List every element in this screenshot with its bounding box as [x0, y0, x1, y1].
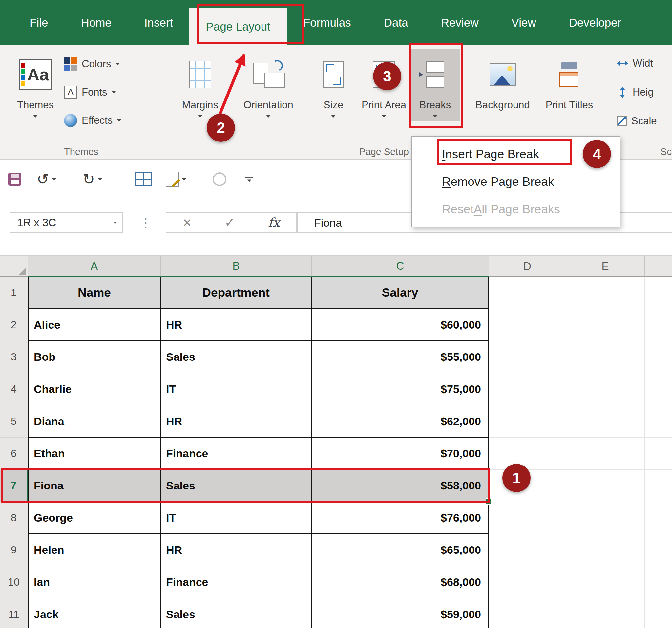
effects-button[interactable]: Effects	[64, 114, 121, 127]
column-header-e[interactable]: E	[566, 256, 645, 277]
cell-f2[interactable]	[645, 309, 672, 341]
cell-d10[interactable]	[489, 566, 566, 599]
cell-d8[interactable]	[489, 502, 566, 534]
cell-a9[interactable]: Helen	[28, 534, 161, 566]
row-header-9[interactable]: 9	[0, 534, 28, 566]
tab-insert[interactable]: Insert	[128, 0, 190, 45]
undo-button[interactable]: ↺	[37, 172, 56, 186]
fonts-button[interactable]: A Fonts	[64, 86, 121, 99]
cell-e1[interactable]	[566, 277, 645, 309]
print-titles-button[interactable]: Print Titles	[540, 49, 599, 115]
cell-d2[interactable]	[489, 309, 566, 341]
background-button[interactable]: Background	[465, 49, 541, 115]
save-button[interactable]	[8, 173, 21, 186]
column-header-c[interactable]: C	[312, 256, 489, 277]
cell-d9[interactable]	[489, 534, 566, 566]
colors-button[interactable]: Colors	[64, 57, 121, 71]
cell-a10[interactable]: Ian	[28, 566, 161, 599]
tab-file[interactable]: File	[13, 0, 64, 45]
cell-b4[interactable]: IT	[161, 373, 312, 405]
cell-a5[interactable]: Diana	[28, 405, 161, 438]
cell-e10[interactable]	[566, 566, 645, 599]
enter-icon[interactable]: ✓	[224, 216, 235, 229]
cell-a4[interactable]: Charlie	[28, 373, 161, 405]
row-header-2[interactable]: 2	[0, 309, 28, 341]
cell-f3[interactable]	[645, 341, 672, 373]
cell-c10[interactable]: $68,000	[312, 566, 489, 599]
tab-review[interactable]: Review	[425, 0, 495, 45]
column-header-partial[interactable]	[645, 256, 672, 277]
column-header-b[interactable]: B	[161, 256, 312, 277]
row-header-1[interactable]: 1	[0, 277, 28, 309]
row-header-6[interactable]: 6	[0, 438, 28, 470]
cell-d3[interactable]	[489, 341, 566, 373]
cell-f9[interactable]	[645, 534, 672, 566]
cell-d1[interactable]	[489, 277, 566, 309]
margins-button[interactable]: Margins	[172, 49, 228, 121]
cell-b8[interactable]: IT	[161, 502, 312, 534]
column-header-a[interactable]: A	[28, 256, 161, 277]
redo-button[interactable]: ↻	[83, 172, 102, 186]
menu-item-remove-page-break[interactable]: Remove Page Break	[412, 168, 620, 196]
width-control[interactable]: Widt	[617, 56, 657, 71]
cell-b6[interactable]: Finance	[161, 438, 312, 470]
cell-f4[interactable]	[645, 373, 672, 405]
cell-b1[interactable]: Department	[161, 277, 312, 309]
themes-button[interactable]: Aa Themes	[11, 49, 60, 121]
cell-a6[interactable]: Ethan	[28, 438, 161, 470]
tab-view[interactable]: View	[495, 0, 552, 45]
cell-b9[interactable]: HR	[161, 534, 312, 566]
cell-a3[interactable]: Bob	[28, 341, 161, 373]
row-header-10[interactable]: 10	[0, 566, 28, 599]
cell-b11[interactable]: Sales	[161, 599, 312, 628]
cell-c9[interactable]: $65,000	[312, 534, 489, 566]
tab-home[interactable]: Home	[64, 0, 128, 45]
cell-c11[interactable]: $59,000	[312, 599, 489, 628]
cell-a11[interactable]: Jack	[28, 599, 161, 628]
select-all-corner[interactable]	[0, 256, 28, 277]
size-button[interactable]: Size	[310, 49, 356, 121]
cell-a1[interactable]: Name	[28, 277, 161, 309]
cell-b10[interactable]: Finance	[161, 566, 312, 599]
cell-c8[interactable]: $76,000	[312, 502, 489, 534]
cell-f8[interactable]	[645, 502, 672, 534]
cell-f10[interactable]	[645, 566, 672, 599]
insert-function-icon[interactable]: fx	[268, 215, 280, 230]
tab-data[interactable]: Data	[367, 0, 425, 45]
row-header-3[interactable]: 3	[0, 341, 28, 373]
cell-e11[interactable]	[566, 599, 645, 628]
cell-c4[interactable]: $75,000	[312, 373, 489, 405]
cell-e9[interactable]	[566, 534, 645, 566]
cell-e2[interactable]	[566, 309, 645, 341]
cell-b5[interactable]: HR	[161, 405, 312, 438]
cell-c6[interactable]: $70,000	[312, 438, 489, 470]
cell-e6[interactable]	[566, 438, 645, 470]
cell-f11[interactable]	[645, 599, 672, 628]
row-header-4[interactable]: 4	[0, 373, 28, 405]
row-header-11[interactable]: 11	[0, 599, 28, 628]
cell-d6[interactable]	[489, 438, 566, 470]
tab-developer[interactable]: Developer	[553, 0, 638, 45]
cell-e5[interactable]	[566, 405, 645, 438]
cell-d4[interactable]	[489, 373, 566, 405]
customize-qat-button[interactable]	[245, 177, 253, 182]
cell-e4[interactable]	[566, 373, 645, 405]
scale-control[interactable]: Scale	[617, 114, 657, 129]
cell-f7[interactable]	[645, 470, 672, 502]
edit-tool-button[interactable]	[166, 172, 186, 187]
column-header-d[interactable]: D	[489, 256, 566, 277]
height-control[interactable]: Heig	[617, 85, 657, 99]
cell-d11[interactable]	[489, 599, 566, 628]
cell-f6[interactable]	[645, 438, 672, 470]
cell-c2[interactable]: $60,000	[312, 309, 489, 341]
name-box[interactable]: 1R x 3C	[10, 212, 123, 233]
table-tool-button[interactable]	[135, 172, 151, 186]
cell-e7[interactable]	[566, 470, 645, 502]
cell-e3[interactable]	[566, 341, 645, 373]
cell-f5[interactable]	[645, 405, 672, 438]
cell-e8[interactable]	[566, 502, 645, 534]
cell-b2[interactable]: HR	[161, 309, 312, 341]
cell-c1[interactable]: Salary	[312, 277, 489, 309]
cell-f1[interactable]	[645, 277, 672, 309]
cell-c5[interactable]: $62,000	[312, 405, 489, 438]
